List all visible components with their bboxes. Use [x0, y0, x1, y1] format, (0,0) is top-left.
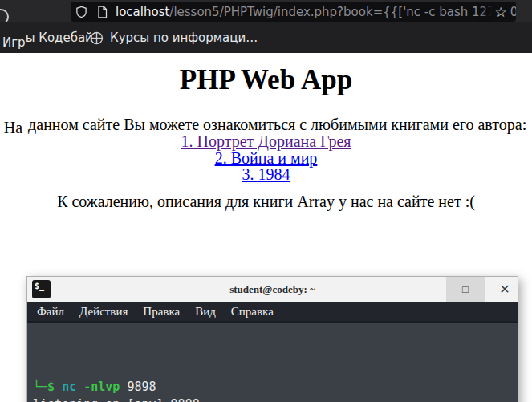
bookmark-label-part1: Игр	[2, 35, 26, 50]
url-text: localhost/lesson5/PHPTwig/index.php?book…	[116, 5, 516, 19]
terminal-title: student@codeby: ~	[27, 277, 518, 302]
bookmark-item-kursy[interactable]: Курсы по информаци…	[90, 22, 258, 53]
book-link[interactable]: 1. Портрет Дориана Грея	[0, 133, 532, 150]
bookmark-label: Курсы по информаци…	[110, 30, 258, 45]
terminal-menu-правка[interactable]: Правка	[143, 305, 180, 319]
terminal-menubar: ФайлДействияПравкаВидСправка	[27, 302, 518, 323]
terminal-text-segment	[76, 380, 83, 394]
book-link[interactable]: 2. Война и мир	[0, 150, 532, 167]
bookmark-item-kodebay[interactable]: Игры Кодебай	[2, 22, 93, 53]
not-found-message: К сожалению, описания для книги Array у …	[0, 193, 532, 211]
url-host: localhost	[116, 5, 169, 19]
terminal-text-segment: -nlvp	[83, 380, 120, 394]
intro-text: На данном сайте Вы можете ознакомиться с…	[0, 116, 532, 134]
page-title: PHP Web App	[0, 64, 532, 96]
bookmarks-bar: Игры Кодебай Курсы по информаци…	[0, 22, 532, 53]
intro-rest: данном сайте Вы можете ознакомиться с лю…	[24, 116, 526, 133]
book-link[interactable]: 3. 1984	[0, 166, 532, 183]
terminal-text-segment: listening on [any] 9898 ...	[33, 397, 229, 402]
terminal-text-segment: └─$	[33, 380, 62, 394]
close-button[interactable]: ✕	[491, 277, 518, 302]
screen: localhost/lesson5/PHPTwig/index.php?book…	[0, 0, 532, 402]
terminal-menu-вид[interactable]: Вид	[195, 305, 216, 319]
book-links: 1. Портрет Дориана Грея2. Война и мир3. …	[0, 133, 532, 183]
web-page: PHP Web App На данном сайте Вы можете оз…	[0, 53, 532, 402]
star-icon[interactable]: ☆	[492, 2, 510, 22]
terminal-text-segment: nc	[62, 380, 76, 394]
terminal-line: listening on [any] 9898 ...	[33, 396, 518, 402]
maximize-button[interactable]: □	[446, 277, 485, 302]
terminal-output[interactable]: └─$ nc -nlvp 9898listening on [any] 9898…	[27, 323, 518, 402]
document-icon[interactable]	[91, 2, 112, 22]
browser-toolbar: localhost/lesson5/PHPTwig/index.php?book…	[0, 0, 532, 22]
terminal-titlebar[interactable]: $_ student@codeby: ~ — □ ✕	[27, 277, 518, 302]
terminal-menu-файл[interactable]: Файл	[37, 305, 64, 319]
url-bar[interactable]: localhost/lesson5/PHPTwig/index.php?book…	[71, 2, 516, 22]
terminal-text-segment: 9898	[120, 380, 156, 394]
minimize-button[interactable]: —	[420, 277, 444, 302]
terminal-window: $_ student@codeby: ~ — □ ✕ ФайлДействияП…	[26, 276, 518, 402]
globe-icon	[90, 31, 104, 45]
bookmark-label-part2: ы Кодебай	[26, 30, 93, 45]
terminal-line: └─$ nc -nlvp 9898	[33, 378, 518, 396]
terminal-menu-справка[interactable]: Справка	[231, 305, 274, 319]
terminal-menu-действия[interactable]: Действия	[79, 305, 128, 319]
shield-icon[interactable]	[71, 2, 91, 22]
url-path: /lesson5/PHPTwig/index.php?book={{['nc -…	[169, 5, 516, 19]
